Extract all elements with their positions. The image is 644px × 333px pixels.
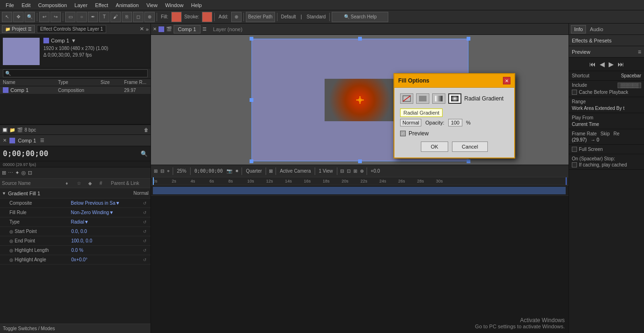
handle-br[interactable]	[467, 159, 470, 163]
comp-dropdown-icon[interactable]: ▼	[71, 38, 76, 43]
prop-reset-5[interactable]: ↺	[143, 248, 147, 253]
tc-icon4[interactable]: ◎	[21, 170, 26, 176]
project-menu-icon[interactable]: ☰	[28, 27, 32, 32]
panel-close-icon[interactable]: ✕	[140, 26, 144, 32]
tc-icon5[interactable]: ⊡	[28, 170, 32, 176]
tool-undo[interactable]: ↩	[39, 12, 50, 22]
prop-reset-0[interactable]: ↺	[143, 201, 147, 206]
tool-select[interactable]: ↖	[2, 12, 12, 22]
search-timeline-icon[interactable]: 🔍	[141, 150, 148, 157]
include-value-input[interactable]: ░░░░░░	[618, 83, 641, 88]
prop-reset-4[interactable]: ↺	[143, 239, 147, 243]
cache-checkbox[interactable]	[572, 90, 577, 95]
prop-reset-3[interactable]: ↺	[143, 229, 147, 234]
tc-icon2[interactable]: ⋯	[8, 170, 13, 176]
prop-value-end-point[interactable]: 100.0, 0.0	[71, 238, 141, 243]
menu-file[interactable]: File	[2, 1, 18, 9]
tool-redo[interactable]: ↪	[50, 12, 61, 22]
timeline-menu-icon[interactable]: ☰	[40, 138, 44, 143]
full-screen-checkbox[interactable]	[572, 147, 577, 152]
prev-first-btn[interactable]: ⏮	[588, 59, 597, 69]
viewer-snap-icon[interactable]: ⊞	[153, 168, 159, 174]
prop-reset-1[interactable]: ↺	[143, 210, 147, 215]
tool-eraser[interactable]: ◻	[133, 12, 143, 22]
panel-expand-icon[interactable]: »	[146, 26, 149, 32]
viewer-mode-icon[interactable]: ⊠	[268, 168, 274, 174]
handle-tc[interactable]	[358, 37, 362, 41]
timeline-close-icon[interactable]: ✕	[3, 138, 7, 143]
effect-controls-tab[interactable]: Effect Controls Shape Layer 1	[37, 25, 106, 33]
prop-value-composite[interactable]: Below Previous in Sa▼	[71, 200, 141, 206]
viewer-camera-icon[interactable]: 📷	[226, 168, 233, 174]
menu-animation[interactable]: Animation	[112, 1, 142, 9]
viewer-guide-icon[interactable]: ⌖	[166, 168, 171, 174]
tool-hand[interactable]: ✥	[13, 12, 24, 22]
layer-expand-icon[interactable]: ▼	[2, 191, 6, 196]
prop-value-hl[interactable]: 0.0 %	[71, 248, 141, 253]
audio-tab[interactable]: Audio	[587, 25, 606, 33]
menu-edit[interactable]: Edit	[18, 1, 34, 9]
comp-close-icon[interactable]: ✕	[153, 26, 157, 32]
viewer-view-label[interactable]: 1 View	[317, 168, 335, 174]
handle-bc[interactable]	[358, 159, 362, 163]
if-caching-checkbox[interactable]	[572, 162, 577, 167]
menu-layer[interactable]: Layer	[71, 1, 92, 9]
fill-type-linear-btn[interactable]	[432, 93, 445, 104]
viewer-snap2-icon[interactable]: ✷	[234, 168, 240, 174]
comp-tab-menu[interactable]: ☰	[202, 26, 207, 32]
prev-back-btn[interactable]: ◀	[599, 59, 606, 69]
prop-value-type[interactable]: Radial▼	[71, 219, 141, 225]
handle-ml[interactable]	[250, 98, 253, 102]
add-btn[interactable]: ⊕	[231, 12, 242, 22]
handle-tr[interactable]	[467, 37, 470, 41]
project-search-input[interactable]	[3, 69, 148, 77]
fill-options-dialog[interactable]: Fill Options ✕	[393, 73, 515, 158]
viewer-icon4[interactable]: ⊕	[359, 168, 365, 174]
prop-value-ha[interactable]: 0x+0.0°	[71, 257, 141, 262]
stroke-color[interactable]	[202, 12, 212, 22]
prop-reset-2[interactable]: ↺	[143, 220, 147, 225]
comp-tab-label[interactable]: Comp 1	[174, 25, 201, 33]
trash-icon[interactable]: 🗑	[144, 127, 149, 133]
tool-brush[interactable]: 🖌	[110, 12, 121, 22]
info-tab[interactable]: Info	[571, 25, 586, 33]
opacity-value[interactable]: 100	[448, 119, 462, 126]
fill-type-none-btn[interactable]	[400, 93, 413, 104]
viewer-zoom-label[interactable]: 25%	[175, 168, 188, 174]
prop-value-fill-rule[interactable]: Non-Zero Winding▼	[71, 210, 141, 215]
toggle-switches-label[interactable]: Toggle Switches / Modes	[3, 326, 55, 331]
tool-clone[interactable]: ⎘	[122, 12, 132, 22]
prop-value-start-point[interactable]: 0.0, 0.0	[71, 229, 141, 234]
fill-type-radial-btn[interactable]	[448, 93, 461, 104]
handle-bl[interactable]	[250, 159, 253, 163]
menu-composition[interactable]: Composition	[34, 1, 71, 9]
menu-window[interactable]: Window	[161, 1, 187, 9]
project-tab[interactable]: 📁 Project ☰	[2, 25, 35, 33]
project-list-item[interactable]: Comp 1 Composition 29.97	[0, 86, 151, 94]
menu-help[interactable]: Help	[187, 1, 206, 9]
tool-zoom[interactable]: 🔍	[25, 12, 35, 22]
tool-ellipse[interactable]: ○	[76, 12, 87, 22]
prop-reset-6[interactable]: ↺	[143, 258, 147, 262]
dialog-close-btn[interactable]: ✕	[503, 77, 510, 84]
menu-effect[interactable]: Effect	[91, 1, 112, 9]
preview-menu-icon[interactable]: ≡	[638, 49, 641, 55]
tc-icon3[interactable]: ✦	[15, 170, 19, 176]
viewer-grid-icon[interactable]: ⊟	[159, 168, 165, 174]
tool-puppet[interactable]: ⊕	[144, 12, 155, 22]
layer-item[interactable]: ▼ Gradient Fill 1 Normal	[0, 188, 151, 199]
search-help[interactable]: 🔍 Search Help	[332, 12, 388, 22]
fill-type-solid-btn[interactable]	[416, 93, 429, 104]
tool-text[interactable]: T	[99, 12, 109, 22]
menu-view[interactable]: View	[142, 1, 161, 9]
bezier-path-btn[interactable]: Bezier Path	[246, 12, 275, 22]
tc-icon1[interactable]: ⊞	[2, 170, 6, 176]
viewer-quality-label[interactable]: Quarter	[244, 168, 264, 174]
prev-end-btn[interactable]: ⏭	[617, 59, 625, 69]
cancel-button[interactable]: Cancel	[452, 142, 488, 152]
tool-pen[interactable]: ✒	[88, 12, 98, 22]
prev-play-btn[interactable]: ▶	[608, 59, 615, 69]
ok-button[interactable]: OK	[421, 142, 448, 152]
preview-checkbox[interactable]: ✓	[400, 131, 406, 136]
tool-rect[interactable]: ▭	[65, 12, 75, 22]
